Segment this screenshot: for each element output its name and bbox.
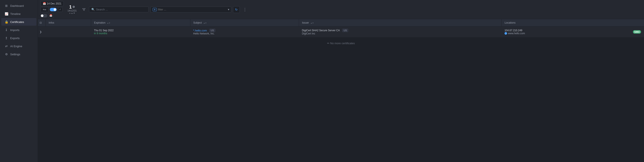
sidebar-item-imports[interactable]: ↧ Imports bbox=[1, 26, 36, 34]
counter-number: 1 ⚙ bbox=[69, 5, 75, 9]
sidebar-item-exports[interactable]: ↥ Exports bbox=[1, 34, 36, 42]
col-expiration[interactable]: Expiration ▲▼ bbox=[91, 19, 190, 26]
sidebar-item-label: AI Engine bbox=[10, 45, 22, 48]
row-expiration-cell: Thu 01 Sep 2022 in 9 months bbox=[91, 26, 190, 37]
chevron-right-icon: ❯ bbox=[40, 30, 42, 33]
counter-value: 1 bbox=[69, 5, 72, 9]
sidebar-item-label: Imports bbox=[10, 28, 20, 32]
sidebar: ⊞ Dashboard 📈 Timeline 🔒 Certificates ↧ … bbox=[0, 0, 38, 162]
table-header-row: ⊡ Infos Expiration ▲▼ Subject ▲▼ Issuer bbox=[38, 19, 644, 26]
col-infos-label: Infos bbox=[49, 21, 54, 24]
sidebar-item-settings[interactable]: ⚙ Settings bbox=[1, 50, 36, 58]
counter-date: 14/12/21 bbox=[68, 9, 77, 12]
date-button[interactable]: 📅 14 Dec 2021 bbox=[40, 1, 64, 6]
sort-expiration-icon: ▲▼ bbox=[107, 22, 110, 24]
col-locations: Locations bbox=[502, 19, 644, 26]
date-label: 14 Dec 2021 bbox=[47, 2, 61, 5]
toggle-row: +∞ ✓ bbox=[40, 7, 64, 12]
refresh-icon: ↻ bbox=[235, 8, 238, 11]
issuer-org: DigiCert Inc bbox=[302, 32, 498, 35]
expiry-months: in 9 months bbox=[94, 32, 187, 35]
location-count-badge: 5883 bbox=[633, 30, 641, 34]
sidebar-item-label: Timeline bbox=[10, 12, 21, 15]
search-input[interactable] bbox=[96, 8, 146, 11]
col-issuer-label: Issuer bbox=[302, 21, 309, 24]
col-subject[interactable]: Subject ▲▼ bbox=[190, 19, 299, 26]
toggle-switch-1[interactable] bbox=[50, 8, 57, 11]
imports-icon: ↧ bbox=[5, 28, 8, 32]
calendar-small-icon: 📅 bbox=[43, 2, 46, 5]
col-expand: ⊡ bbox=[38, 19, 46, 26]
search-box[interactable]: 🔍 bbox=[89, 6, 149, 12]
search-icon: 🔍 bbox=[91, 8, 95, 11]
col-infos[interactable]: Infos bbox=[46, 19, 91, 26]
sort-issuer-icon: ▲▼ bbox=[310, 22, 314, 24]
row-expand-cell[interactable]: ❯ bbox=[38, 26, 46, 37]
sidebar-item-timeline[interactable]: 📈 Timeline bbox=[1, 10, 36, 18]
issuer-country-badge: US bbox=[342, 29, 348, 32]
col-subject-label: Subject bbox=[193, 21, 202, 24]
toolbar: 📅 14 Dec 2021 +∞ ✓ 📅 1 ⚙ 14/12/21 bbox=[38, 0, 644, 19]
col-expiration-label: Expiration bbox=[94, 21, 106, 24]
no-more-row: ✏ No more certificates bbox=[38, 37, 644, 49]
toolbar-date-controls: 📅 14 Dec 2021 +∞ ✓ 📅 bbox=[40, 1, 64, 18]
toggle-switch-2[interactable] bbox=[40, 14, 47, 17]
subject-name: *.hello.com bbox=[193, 29, 207, 32]
timeline-icon: 📈 bbox=[5, 12, 8, 15]
sidebar-item-certificates[interactable]: 🔒 Certificates bbox=[1, 18, 36, 26]
exports-icon: ↥ bbox=[5, 36, 8, 40]
certificates-icon: 🔒 bbox=[5, 20, 8, 24]
no-more-label: ✏ No more certificates bbox=[327, 42, 355, 45]
filter-funnel-button[interactable] bbox=[80, 6, 87, 13]
counter-block: 1 ⚙ 14/12/21 + ∞ ✕ bbox=[66, 5, 79, 14]
main-content: 📅 14 Dec 2021 +∞ ✓ 📅 1 ⚙ 14/12/21 bbox=[38, 0, 644, 162]
plus-inf-small: + ∞ bbox=[69, 12, 73, 14]
close-small-icon[interactable]: ✕ bbox=[73, 12, 75, 14]
ellipsis-vertical-icon: ⋮ bbox=[243, 7, 247, 12]
row-locations-cell: 104.67.210.249 www.hello.com 5883 bbox=[502, 26, 644, 37]
cal-icon-checked[interactable]: ✓ bbox=[58, 7, 62, 12]
sort-subject-icon: ▲▼ bbox=[204, 22, 207, 24]
ai-engine-icon: ⇄ bbox=[5, 44, 8, 48]
plus-inf-button[interactable]: +∞ bbox=[40, 7, 48, 12]
location-ip: 104.67.210.249 bbox=[504, 29, 525, 32]
subject-country-badge: US bbox=[209, 29, 215, 32]
no-more-cell: ✏ No more certificates bbox=[38, 37, 644, 49]
filter-wrapper: ⊕ ▾ bbox=[150, 6, 231, 12]
sidebar-item-label: Dashboard bbox=[10, 4, 24, 7]
expiry-date: Thu 01 Sep 2022 bbox=[94, 29, 187, 32]
row-subject-cell: *.hello.com US Hello Network, Inc. bbox=[190, 26, 299, 37]
filter-box[interactable]: ⊕ bbox=[150, 6, 226, 12]
location-domain-text: www.hello.com bbox=[508, 32, 525, 35]
sidebar-item-dashboard[interactable]: ⊞ Dashboard bbox=[1, 2, 36, 9]
plus-inf-label: +∞ bbox=[43, 8, 46, 11]
cal-icon-2[interactable]: 📅 bbox=[48, 13, 53, 18]
filter-tag-icon: ⊕ bbox=[153, 8, 157, 11]
filter-input[interactable] bbox=[158, 8, 224, 11]
dashboard-icon: ⊞ bbox=[5, 4, 8, 7]
subject-org: Hello Network, Inc. bbox=[193, 32, 296, 35]
table-area: ⊡ Infos Expiration ▲▼ Subject ▲▼ Issuer bbox=[38, 19, 644, 162]
counter-gear-icon: ⚙ bbox=[72, 5, 75, 8]
certificates-table: ⊡ Infos Expiration ▲▼ Subject ▲▼ Issuer bbox=[38, 19, 644, 49]
expand-all-icon: ⊡ bbox=[40, 21, 42, 24]
sidebar-item-label: Certificates bbox=[10, 20, 24, 24]
col-issuer[interactable]: Issuer ▲▼ bbox=[299, 19, 502, 26]
location-domain: www.hello.com bbox=[504, 32, 525, 35]
col-locations-label: Locations bbox=[504, 21, 515, 24]
chevron-down-icon: ▾ bbox=[228, 8, 229, 11]
row-issuer-cell: DigiCert SHA2 Secure Server CA US DigiCe… bbox=[299, 26, 502, 37]
filter-dropdown-button[interactable]: ▾ bbox=[226, 6, 231, 12]
counter-plus: + ∞ ✕ bbox=[69, 12, 75, 14]
settings-icon: ⚙ bbox=[5, 52, 8, 56]
refresh-button[interactable]: ↻ bbox=[233, 6, 240, 13]
globe-icon bbox=[504, 32, 507, 35]
sidebar-item-ai-engine[interactable]: ⇄ AI Engine bbox=[1, 42, 36, 50]
table-row[interactable]: ❯ Thu 01 Sep 2022 in 9 months *.hello.co… bbox=[38, 26, 644, 37]
sidebar-item-label: Exports bbox=[10, 36, 20, 40]
toggle-row-2: 📅 bbox=[40, 13, 64, 18]
row-infos-cell bbox=[46, 26, 91, 37]
sidebar-item-label: Settings bbox=[10, 53, 20, 56]
more-options-button[interactable]: ⋮ bbox=[242, 6, 248, 13]
issuer-name: DigiCert SHA2 Secure Server CA bbox=[302, 29, 340, 32]
